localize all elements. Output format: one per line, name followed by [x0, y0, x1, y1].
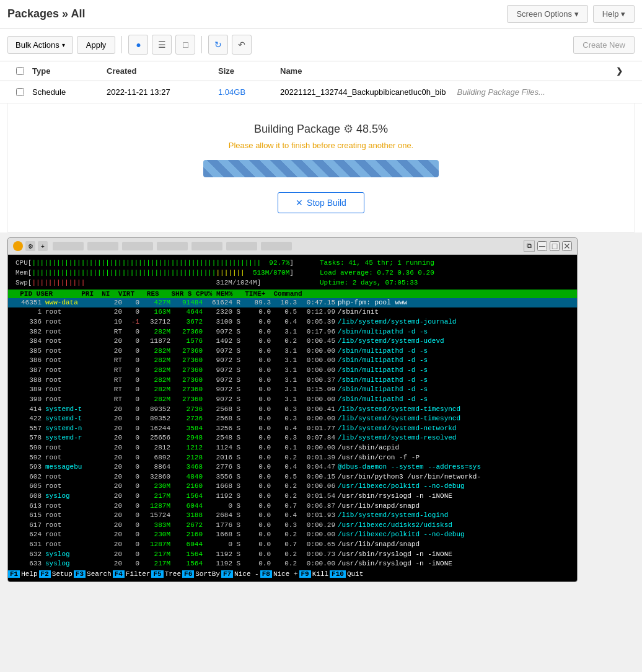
mem-row: Mem[||||||||||||||||||||||||||||||||||||… [12, 268, 297, 278]
process-header: PID USER PRI NI VIRT RES SHR S CPU% MEM%… [8, 290, 577, 298]
process-row: 608syslog200217M15641192 S0.00.20:01.54/… [8, 492, 577, 502]
cpu-row: CPU[||||||||||||||||||||||||||||||||||||… [12, 259, 297, 268]
lightbulb-icon-button[interactable]: ● [128, 35, 148, 55]
gear-icon: ⚙ [343, 123, 356, 135]
terminal-minimize-button[interactable]: ─ [537, 241, 547, 251]
footer-key-f5[interactable]: F5Tree [151, 570, 182, 578]
titlebar-block-1 [53, 242, 84, 250]
create-new-button[interactable]: Create New [573, 36, 635, 54]
col-size: Size [218, 66, 280, 76]
row-type: Schedule [32, 87, 107, 97]
footer-key-f3[interactable]: F3Search [74, 570, 113, 578]
footer-key-f4[interactable]: F4Filter [113, 570, 152, 578]
htop-footer[interactable]: F1HelpF2SetupF3SearchF4FilterF5TreeF6Sor… [8, 569, 577, 579]
terminal-body: CPU[||||||||||||||||||||||||||||||||||||… [8, 255, 577, 581]
load-row: Load average: 0.72 0.36 0.20 [316, 268, 573, 278]
terminal-maximize-button[interactable]: □ [550, 241, 560, 251]
process-row: 386rootRT0282M273609072 S0.03.10:00.00/s… [8, 356, 577, 366]
refresh-icon-button[interactable]: ↻ [208, 35, 228, 55]
terminal-titlebar: ⚙ + ⧉ ─ □ ✕ [8, 238, 577, 255]
footer-key-f7[interactable]: F7Nice - [221, 570, 260, 578]
process-row: 624root200230M21601668 S0.00.20:00.00/us… [8, 530, 577, 540]
titlebar-spacer [53, 242, 519, 250]
process-row: 336root19-13271236723100 S0.00.40:05.39/… [8, 317, 577, 327]
titlebar-block-6 [226, 242, 257, 250]
process-row: 592root200689221282016 S0.00.20:01.39/us… [8, 453, 577, 463]
process-row: 605root200230M21601668 S0.00.20:00.06/us… [8, 482, 577, 492]
settings-icon-button[interactable]: ⚙ [25, 241, 35, 251]
terminal-title-icons: ⚙ + [13, 241, 48, 251]
row-size: 1.04GB [218, 87, 280, 97]
process-row: 593messagebu200886434682776 S0.00.40:04.… [8, 462, 577, 472]
footer-key-f6[interactable]: F6SortBy [182, 570, 221, 578]
terminal-window: ⚙ + ⧉ ─ □ ✕ CPU[||||||||||||||||||||| [7, 237, 578, 582]
col-name: Name [280, 66, 616, 76]
row-status: Building Package Files... [457, 87, 545, 97]
bulk-actions-button[interactable]: Bulk Actions ▾ [7, 36, 73, 54]
uptime-row: Uptime: 2 days, 07:05:33 [316, 278, 573, 288]
process-row: 422systemd-t2008935227362568 S0.00.30:00… [8, 414, 577, 424]
process-row: 388rootRT0282M273609072 S0.03.10:00.37/s… [8, 376, 577, 386]
table-row: Schedule 2022-11-21 13:27 1.04GB 2022112… [0, 81, 642, 104]
process-row: 631root2001287M60440 S0.00.70:00.65/usr/… [8, 540, 577, 550]
undo-icon-button[interactable]: ↶ [232, 35, 252, 55]
process-row: 557systemd-n2001624435843256 S0.00.40:01… [8, 424, 577, 434]
process-row: 590root200281212121124 S0.00.10:00.00/us… [8, 443, 577, 453]
help-button[interactable]: Help ▾ [593, 5, 635, 23]
page-header: Packages » All Screen Options ▾ Help ▾ [0, 0, 642, 29]
col-type: Type [32, 66, 107, 76]
tasks-row: Tasks: 41, 45 thr; 1 running [316, 259, 573, 268]
list-icon-button[interactable]: ☰ [152, 35, 172, 55]
row-checkbox[interactable] [16, 88, 24, 96]
chevron-down-icon: ▾ [62, 42, 65, 48]
process-row: 382rootRT0282M273609072 S0.03.10:17.96/s… [8, 327, 577, 337]
process-row: 414systemd-t2008935227362568 S0.00.30:00… [8, 405, 577, 415]
row-created: 2022-11-21 13:27 [107, 87, 218, 97]
process-row: 578systemd-r2002565629482548 S0.00.30:07… [8, 433, 577, 443]
copy-icon-button[interactable]: □ [175, 35, 195, 55]
footer-key-f9[interactable]: F9Kill [299, 570, 330, 578]
select-all-checkbox[interactable] [16, 67, 24, 75]
select-all-checkbox-cell[interactable] [7, 67, 32, 75]
screen-options-button[interactable]: Screen Options ▾ [507, 5, 587, 23]
footer-key-f8[interactable]: F8Nice + [260, 570, 299, 578]
terminal-picture-in-picture-button[interactable]: ⧉ [524, 241, 535, 252]
apply-button[interactable]: Apply [77, 36, 116, 54]
build-progress-container: Building Package ⚙ 48.5% Please allow it… [0, 104, 642, 232]
htop-icon [13, 241, 23, 251]
process-row: 602root2003286048403556 S0.00.50:00.15/u… [8, 472, 577, 482]
process-row: 633syslog200217M15641192 S0.00.20:00.00/… [8, 559, 577, 569]
toolbar: Bulk Actions ▾ Apply ● ☰ □ ↻ ↶ Create Ne… [0, 29, 642, 61]
build-progress-section: Building Package ⚙ 48.5% Please allow it… [7, 104, 635, 232]
build-subtitle: Please allow it to finish before creatin… [20, 141, 622, 150]
table-header: Type Created Size Name ❯ [0, 61, 642, 81]
stop-build-button[interactable]: ✕ Stop Build [278, 192, 364, 213]
process-row: 617root200383M26721776 S0.00.30:00.29/us… [8, 521, 577, 531]
toolbar-separator [121, 36, 122, 53]
process-row: 384root2001187215761492 S0.00.20:00.45/l… [8, 337, 577, 347]
footer-key-f10[interactable]: F10Quit [330, 570, 364, 578]
packages-table: Type Created Size Name ❯ Schedule 2022-1… [0, 61, 642, 232]
titlebar-block-2 [87, 242, 118, 250]
collapse-icon[interactable]: ❯ [616, 66, 623, 76]
row-checkbox-cell[interactable] [7, 88, 32, 96]
progress-bar [203, 160, 439, 177]
footer-key-f2[interactable]: F2Setup [39, 570, 74, 578]
process-row: 1root200163M46442320 S0.00.50:12.99/sbin… [8, 307, 577, 317]
htop-stats-header: CPU[||||||||||||||||||||||||||||||||||||… [8, 257, 577, 290]
terminal-close-button[interactable]: ✕ [562, 241, 572, 251]
row-name: 20221121_132744_BackupbibicanetIuc0h_bib… [280, 87, 616, 97]
titlebar-block-4 [157, 242, 188, 250]
process-row: 632syslog200217M15641192 S0.00.20:00.73/… [8, 550, 577, 560]
x-icon: ✕ [296, 198, 303, 208]
col-actions: ❯ [616, 66, 635, 76]
page-title: Packages » All [7, 7, 85, 20]
add-icon-button[interactable]: + [38, 241, 48, 251]
progress-bar-fill [203, 160, 439, 177]
footer-key-f1[interactable]: F1Help [8, 570, 39, 578]
process-row: 613root2001287M60440 S0.00.70:06.87/usr/… [8, 502, 577, 511]
swp-row: Swp[||||||||||||| 312M/1024M] [12, 278, 297, 288]
titlebar-block-7 [261, 242, 292, 250]
titlebar-block-5 [191, 242, 222, 250]
process-row: 387rootRT0282M273609072 S0.03.10:00.00/s… [8, 366, 577, 376]
